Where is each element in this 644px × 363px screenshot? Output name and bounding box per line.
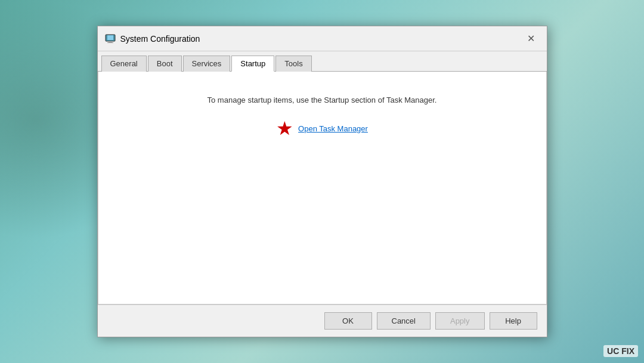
title-bar-left: System Configuration [105,33,200,44]
tab-tools[interactable]: Tools [275,56,311,72]
content-area: To manage startup items, use the Startup… [98,72,547,304]
tab-general[interactable]: General [101,56,147,72]
info-text: To manage startup items, use the Startup… [208,96,437,104]
svg-rect-1 [107,35,113,40]
app-icon [105,33,116,44]
svg-rect-3 [107,42,113,43]
star-icon: ★ [276,119,293,138]
close-button[interactable]: ✕ [523,30,540,47]
watermark: UC FIX [603,345,638,357]
title-bar: System Configuration ✕ [98,26,547,51]
button-bar: OK Cancel Apply Help [98,304,547,337]
tabs-bar: General Boot Services Startup Tools [98,51,547,72]
help-button[interactable]: Help [490,312,537,330]
link-area: ★ Open Task Manager [276,119,368,138]
tab-services[interactable]: Services [183,56,231,72]
tab-boot[interactable]: Boot [148,56,182,72]
system-config-dialog: System Configuration ✕ General Boot Serv… [97,26,547,337]
cancel-button[interactable]: Cancel [377,312,431,330]
ok-button[interactable]: OK [324,312,372,330]
svg-rect-2 [109,41,112,42]
tab-startup[interactable]: Startup [231,56,274,72]
apply-button[interactable]: Apply [435,312,485,330]
window-title: System Configuration [120,34,200,44]
open-task-manager-link[interactable]: Open Task Manager [298,124,368,133]
